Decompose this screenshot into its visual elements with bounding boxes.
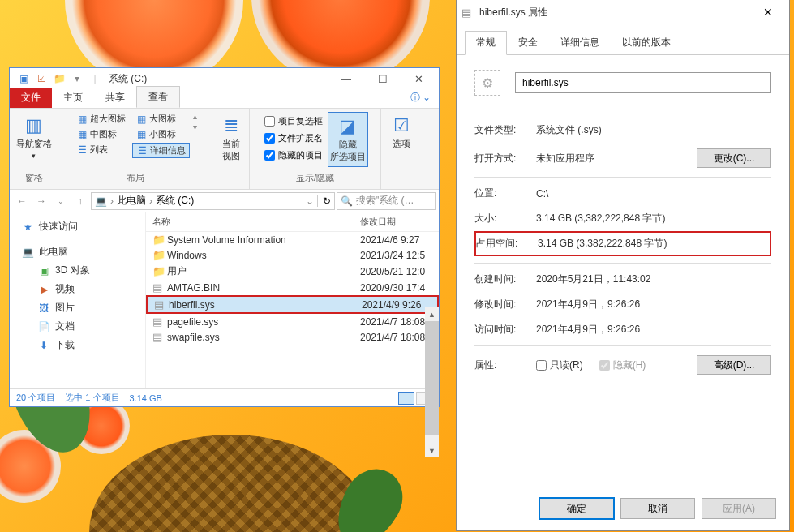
file-date: 2020/9/30 17:4 — [360, 282, 425, 294]
tab-file[interactable]: 文件 — [10, 88, 52, 108]
close-button[interactable]: ✕ — [401, 68, 437, 89]
layout-lg[interactable]: ▦大图标 — [132, 112, 190, 126]
props-titlebar[interactable]: ▤ hiberfil.sys 属性 ✕ — [457, 0, 789, 24]
breadcrumb-pc[interactable]: 此电脑 — [117, 194, 146, 208]
value-filetype: 系统文件 (.sys) — [536, 123, 771, 137]
advanced-button[interactable]: 高级(D)... — [697, 355, 771, 375]
label-created: 创建时间: — [474, 272, 536, 286]
window-title: 系统 (C:) — [109, 72, 147, 86]
status-selected: 选中 1 个项目 — [65, 392, 119, 404]
change-button[interactable]: 更改(C)... — [697, 148, 771, 168]
file-date: 2021/4/7 18:08 — [360, 332, 425, 343]
address-bar: ← → ⌄ ↑ 💻 › 此电脑 › 系统 (C:) ⌄ ↻ 🔍搜索"系统 (… — [10, 190, 439, 212]
dropdown-icon[interactable]: ▾ — [70, 71, 84, 86]
ok-button[interactable]: 确定 — [539, 498, 614, 519]
file-row[interactable]: ▤AMTAG.BIN2020/9/30 17:4 — [146, 280, 439, 295]
value-size: 3.14 GB (3,382,222,848 字节) — [536, 212, 771, 225]
sidebar-item-pictures[interactable]: 🖼图片 — [10, 298, 145, 317]
nav-up-icon[interactable]: ↑ — [71, 192, 89, 210]
help-chevron-icon[interactable]: ⓘ ⌄ — [402, 88, 439, 108]
scroll-down-icon[interactable]: ▼ — [425, 444, 439, 457]
props-body: ⚙ 文件类型:系统文件 (.sys) 打开方式:未知应用程序更改(C)... 位… — [457, 55, 789, 487]
column-headers[interactable]: 名称 修改日期 — [146, 212, 439, 232]
tab-details[interactable]: 详细信息 — [549, 31, 611, 54]
label-sizeondisk: 占用空间: — [476, 237, 538, 251]
search-icon: 🔍 — [341, 195, 353, 207]
layout-sm[interactable]: ▦小图标 — [132, 127, 190, 141]
label-location: 位置: — [474, 187, 536, 200]
value-created: 2020年5月21日，11:43:02 — [536, 272, 771, 286]
chk-readonly[interactable]: 只读(R) — [536, 358, 583, 372]
status-bar: 20 个项目 选中 1 个项目 3.14 GB — [10, 388, 439, 406]
apply-button[interactable]: 应用(A) — [702, 498, 776, 519]
scroll-up-icon[interactable]: ▲ — [425, 307, 439, 321]
col-date[interactable]: 修改日期 — [360, 216, 396, 228]
file-row[interactable]: ▤swapfile.sys2021/4/7 18:08 — [146, 329, 439, 345]
status-size: 3.14 GB — [130, 393, 162, 403]
label-openwith: 打开方式: — [474, 152, 536, 165]
layout-list[interactable]: ☰列表 — [73, 143, 129, 157]
tab-security[interactable]: 安全 — [507, 31, 549, 54]
file-scrollbar[interactable]: ▲ ▼ — [425, 307, 439, 457]
refresh-icon[interactable]: ↻ — [317, 195, 331, 207]
sidebar-item-quickaccess[interactable]: ★快速访问 — [10, 217, 145, 236]
search-input[interactable]: 🔍搜索"系统 (… — [337, 192, 436, 210]
minimize-button[interactable]: — — [328, 68, 364, 89]
sidebar-item-downloads[interactable]: ⬇下载 — [10, 336, 145, 354]
file-row[interactable]: 📁用户2020/5/21 12:0 — [146, 263, 439, 280]
value-sizeondisk: 3.14 GB (3,382,222,848 字节) — [538, 237, 770, 251]
nav-sidebar: ★快速访问 💻此电脑 ▣3D 对象 ▶视频 🖼图片 📄文档 ⬇下载 — [10, 212, 146, 388]
nav-back-icon[interactable]: ← — [13, 192, 31, 210]
value-location: C:\ — [536, 188, 771, 200]
file-row[interactable]: 📁Windows2021/3/24 12:5 — [146, 247, 439, 263]
sidebar-item-thispc[interactable]: 💻此电脑 — [10, 242, 145, 261]
breadcrumb-location[interactable]: 系统 (C:) — [156, 194, 194, 208]
breadcrumb[interactable]: 💻 › 此电脑 › 系统 (C:) ⌄ ↻ — [91, 192, 335, 210]
layout-xl[interactable]: ▦超大图标 — [73, 112, 129, 126]
tab-view[interactable]: 查看 — [136, 86, 180, 108]
layout-details[interactable]: ☰详细信息 — [132, 143, 190, 158]
quick-access-icon[interactable]: ☑ — [34, 71, 49, 86]
hide-selected-button[interactable]: ◪隐藏 所选项目 — [328, 112, 368, 167]
nav-dropdown-icon[interactable]: ⌄ — [52, 192, 70, 210]
pc-icon: 💻 — [95, 195, 107, 207]
value-accessed: 2021年4月9日，9:26:26 — [536, 323, 771, 337]
view-details-icon[interactable] — [398, 392, 414, 405]
chk-checkboxes[interactable]: 项目复选框 — [264, 114, 323, 129]
file-row[interactable]: ▤hiberfil.sys2021/4/9 9:26 — [146, 295, 439, 314]
chk-extensions[interactable]: 文件扩展名 — [264, 131, 323, 146]
current-view-button[interactable]: ≣当前 视图 — [211, 112, 251, 165]
explorer-titlebar[interactable]: ▣ ☑ 📁 ▾ | 系统 (C:) — ☐ ✕ — [10, 68, 439, 89]
folder-icon: 📁 — [152, 265, 167, 277]
addr-dropdown-icon[interactable]: ⌄ — [306, 195, 314, 207]
nav-forward-icon[interactable]: → — [32, 192, 50, 210]
ribbon-tabs: 文件 主页 共享 查看 ⓘ ⌄ — [10, 89, 439, 109]
file-name: hiberfil.sys — [169, 299, 362, 311]
tab-home[interactable]: 主页 — [52, 88, 94, 108]
filename-input[interactable] — [515, 72, 771, 93]
sidebar-item-3d[interactable]: ▣3D 对象 — [10, 261, 145, 280]
file-name: 用户 — [167, 264, 360, 278]
chk-hidden[interactable]: 隐藏的项目 — [264, 148, 323, 163]
col-name[interactable]: 名称 — [152, 216, 360, 228]
sidebar-item-video[interactable]: ▶视频 — [10, 280, 145, 298]
file-icon: ▤ — [154, 298, 169, 311]
sidebar-item-documents[interactable]: 📄文档 — [10, 317, 145, 336]
tab-share[interactable]: 共享 — [94, 88, 136, 108]
file-row[interactable]: 📁System Volume Information2021/4/6 9:27 — [146, 232, 439, 247]
props-tabs: 常规 安全 详细信息 以前的版本 — [457, 24, 789, 55]
scroll-thumb[interactable] — [425, 321, 439, 435]
cancel-button[interactable]: 取消 — [620, 498, 695, 519]
nav-pane-button[interactable]: ▥导航窗格▾ — [14, 112, 54, 163]
file-row[interactable]: ▤pagefile.sys2021/4/7 18:08 — [146, 314, 439, 329]
tab-general[interactable]: 常规 — [465, 31, 507, 55]
file-name: System Volume Information — [167, 234, 360, 246]
file-icon: ▤ — [461, 6, 476, 19]
maximize-button[interactable]: ☐ — [364, 68, 401, 89]
file-name: swapfile.sys — [167, 332, 360, 343]
file-name: AMTAG.BIN — [167, 282, 360, 294]
tab-previous-versions[interactable]: 以前的版本 — [611, 31, 682, 54]
close-button[interactable]: ✕ — [752, 6, 784, 19]
options-button[interactable]: ☑选项 — [381, 112, 422, 153]
layout-md[interactable]: ▦中图标 — [73, 127, 129, 141]
